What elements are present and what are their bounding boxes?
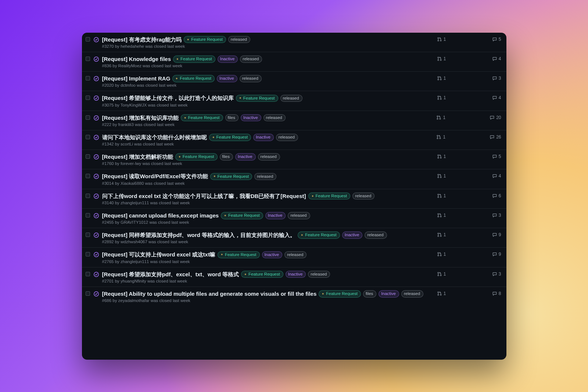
issue-title[interactable]: [Request] cannot upload files,except ima…	[102, 212, 219, 219]
label-released[interactable]: released	[284, 251, 306, 259]
linked-pr-count[interactable]: 1	[435, 173, 446, 179]
label-released[interactable]: released	[258, 153, 280, 161]
issue-title[interactable]: [Request] 增加文档解析功能	[102, 153, 173, 161]
issue-title[interactable]: [Request] 希望能够上传文件，以此打造个人的知识库	[102, 94, 234, 102]
label-released[interactable]: released	[401, 290, 423, 298]
select-checkbox[interactable]	[86, 96, 90, 100]
issue-title[interactable]: [Request] Knowledge files	[102, 55, 171, 63]
select-checkbox[interactable]	[86, 213, 90, 217]
label-feature[interactable]: ✦Feature Request	[319, 290, 361, 298]
label-released[interactable]: released	[240, 75, 262, 82]
label-feature[interactable]: ✦Feature Request	[298, 231, 340, 239]
select-checkbox[interactable]	[86, 115, 90, 120]
select-checkbox[interactable]	[86, 194, 90, 198]
label-inactive[interactable]: Inactive	[241, 114, 261, 122]
label-inactive[interactable]: Inactive	[262, 251, 283, 259]
label-feature[interactable]: ✦Feature Request	[221, 212, 263, 219]
select-checkbox[interactable]	[86, 272, 90, 276]
label-released[interactable]: released	[352, 193, 374, 200]
select-checkbox[interactable]	[86, 291, 90, 296]
svg-point-51	[440, 275, 441, 276]
comment-count[interactable]: 9	[490, 232, 501, 237]
issue-title[interactable]: [Request] 同样希望添加支持pdf、word 等格式的输入，目前支持图片…	[102, 231, 296, 239]
select-checkbox[interactable]	[86, 154, 90, 159]
label-feature[interactable]: ✦Feature Request	[241, 271, 283, 278]
label-feature[interactable]: ✦Feature Request	[173, 55, 215, 63]
issue-title[interactable]: [Request] 希望添加支持pdf、excel、txt、word 等格式	[102, 271, 239, 278]
label-inactive[interactable]: Inactive	[235, 153, 256, 161]
linked-pr-count[interactable]: 1	[435, 76, 446, 81]
label-released[interactable]: released	[288, 212, 310, 219]
label-files[interactable]: files	[225, 114, 239, 122]
label-released[interactable]: released	[276, 134, 298, 141]
linked-pr-count[interactable]: 1	[434, 134, 445, 140]
label-inactive[interactable]: Inactive	[342, 231, 363, 239]
label-inactive[interactable]: Inactive	[265, 212, 286, 219]
linked-pr-count[interactable]: 1	[435, 213, 446, 218]
label-feature[interactable]: ✦Feature Request	[209, 134, 251, 141]
linked-pr-count[interactable]: 1	[435, 291, 446, 296]
select-checkbox[interactable]	[86, 57, 90, 61]
issue-title[interactable]: [Request] Implement RAG	[102, 75, 171, 82]
select-checkbox[interactable]	[86, 233, 90, 237]
comment-count[interactable]: 6	[490, 193, 501, 198]
linked-pr-count[interactable]: 1	[435, 252, 446, 257]
label-released[interactable]: released	[240, 55, 262, 63]
label-feature[interactable]: ✦Feature Request	[218, 251, 260, 259]
label-inactive[interactable]: Inactive	[286, 271, 306, 278]
comment-count[interactable]: 5	[490, 37, 501, 42]
label-files[interactable]: files	[220, 153, 233, 161]
select-checkbox[interactable]	[86, 37, 90, 42]
issue-title[interactable]: [Request] 有考虑支持rag能力吗	[102, 36, 182, 43]
label-feature[interactable]: ✦Feature Request	[308, 193, 351, 200]
select-checkbox[interactable]	[86, 76, 90, 80]
label-released[interactable]: released	[308, 271, 330, 278]
comment-count[interactable]: 4	[490, 173, 501, 179]
label-inactive[interactable]: Inactive	[253, 134, 274, 141]
label-files[interactable]: files	[363, 290, 376, 298]
label-released[interactable]: released	[263, 114, 286, 122]
select-checkbox[interactable]	[86, 252, 90, 256]
linked-pr-count[interactable]: 1	[435, 193, 446, 198]
linked-pr-count[interactable]: 1	[435, 95, 446, 100]
label-inactive[interactable]: Inactive	[217, 75, 237, 82]
comment-count[interactable]: 20	[490, 115, 501, 120]
issue-row: [Request] 有考虑支持rag能力吗 ✦Feature Requestre…	[82, 33, 506, 52]
comment-count[interactable]: 3	[490, 271, 501, 277]
linked-pr-count[interactable]: 1	[434, 115, 445, 120]
comment-count[interactable]: 3	[490, 213, 501, 218]
label-released[interactable]: released	[228, 36, 250, 43]
label-feature[interactable]: ✦Feature Request	[236, 95, 278, 102]
issue-title[interactable]: [Request] 读取Word/Pdf/Excel等文件功能	[102, 173, 208, 180]
comment-count[interactable]: 9	[490, 252, 501, 257]
label-released[interactable]: released	[254, 173, 276, 180]
label-released[interactable]: released	[365, 231, 387, 239]
label-inactive[interactable]: Inactive	[218, 55, 238, 63]
label-inactive[interactable]: Inactive	[379, 290, 399, 298]
comment-count[interactable]: 4	[490, 56, 501, 61]
label-feature[interactable]: ✦Feature Request	[175, 153, 218, 161]
comment-count[interactable]: 26	[490, 134, 501, 140]
linked-pr-count[interactable]: 1	[435, 56, 446, 61]
issue-title[interactable]: [Request] 可以支持上传word excel 或这txt嘛	[102, 251, 215, 258]
linked-pr-count[interactable]: 1	[435, 232, 446, 237]
select-checkbox[interactable]	[86, 174, 90, 178]
issue-title[interactable]: 请问下本地知识库这个功能什么时候增加呢	[102, 134, 207, 141]
issue-title[interactable]: 问下上传word excel txt 这个功能这个月可以上线了嘛，我看DB已经有…	[102, 193, 306, 200]
label-feature[interactable]: ✦Feature Request	[184, 36, 226, 43]
linked-pr-count[interactable]: 1	[435, 154, 446, 159]
linked-pr-count[interactable]: 1	[435, 271, 446, 277]
issue-title[interactable]: [Request] Ability to upload multiple fil…	[102, 290, 317, 298]
issue-title[interactable]: [Request] 增加私有知识库功能	[102, 114, 179, 122]
label-text: Feature Request	[243, 96, 275, 101]
comment-count[interactable]: 8	[490, 291, 501, 296]
select-checkbox[interactable]	[86, 135, 90, 139]
comment-count[interactable]: 5	[490, 154, 501, 159]
label-feature[interactable]: ✦Feature Request	[181, 114, 223, 122]
label-feature[interactable]: ✦Feature Request	[210, 173, 252, 180]
label-released[interactable]: released	[280, 95, 302, 102]
linked-pr-count[interactable]: 1	[435, 37, 446, 42]
comment-count[interactable]: 3	[490, 76, 501, 81]
label-feature[interactable]: ✦Feature Request	[172, 75, 215, 82]
comment-count[interactable]: 4	[490, 95, 501, 100]
